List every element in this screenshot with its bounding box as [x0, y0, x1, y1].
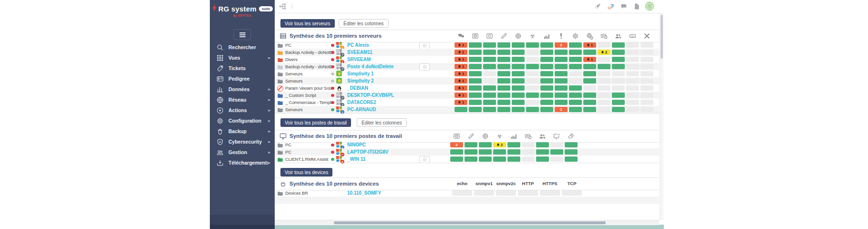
status-cell[interactable] — [512, 64, 525, 69]
horizontal-scrollbar-thumb[interactable] — [334, 221, 606, 224]
workstation-link[interactable]: _WIN 11 — [347, 156, 365, 163]
status-cell[interactable] — [569, 107, 582, 112]
status-cell[interactable] — [469, 78, 482, 83]
policy-check-button[interactable] — [419, 42, 430, 49]
workstation-link[interactable]: NINOPC — [347, 141, 366, 148]
status-cell[interactable] — [497, 71, 510, 76]
server-link[interactable]: PC-ARNAUD — [347, 106, 376, 113]
status-cell[interactable] — [540, 107, 553, 112]
menu-toggle-button[interactable] — [234, 29, 251, 40]
status-cell[interactable] — [540, 42, 553, 48]
status-cell[interactable] — [583, 107, 596, 112]
status-cell[interactable] — [512, 42, 525, 48]
status-cell[interactable] — [540, 78, 553, 83]
status-cell[interactable] — [540, 57, 553, 62]
status-cell[interactable] — [583, 93, 596, 98]
status-cell[interactable] — [512, 93, 525, 98]
vertical-scrollbar-thumb[interactable] — [661, 15, 663, 59]
status-cell[interactable] — [526, 64, 539, 69]
status-cell[interactable] — [469, 42, 482, 48]
sidebar-item-vues[interactable]: Vues▸ — [210, 52, 275, 63]
sidebar-item-t-l-chargements[interactable]: Téléchargements▸ — [210, 157, 275, 168]
status-cell[interactable] — [526, 42, 539, 48]
status-cell[interactable] — [612, 50, 625, 55]
status-cell[interactable] — [536, 149, 549, 155]
status-cell[interactable] — [450, 156, 463, 162]
status-cell[interactable] — [507, 156, 520, 162]
status-cell[interactable] — [483, 50, 496, 55]
policy-check-button[interactable] — [419, 63, 430, 71]
status-cell[interactable]: 1 — [455, 78, 467, 83]
status-cell[interactable] — [569, 57, 582, 62]
status-cell[interactable]: 1 — [455, 100, 467, 105]
workstation-edit-columns-button[interactable]: Éditer les colonnes — [357, 118, 407, 127]
status-cell[interactable] — [555, 78, 568, 83]
status-cell[interactable] — [583, 64, 596, 69]
status-cell[interactable] — [550, 149, 563, 155]
status-cell[interactable] — [612, 107, 625, 112]
status-cell[interactable] — [493, 149, 506, 155]
status-cell[interactable] — [450, 149, 463, 155]
status-cell[interactable] — [555, 93, 568, 98]
chat-icon[interactable] — [620, 2, 628, 10]
status-cell[interactable] — [598, 64, 610, 69]
status-cell[interactable]: 2 — [598, 50, 610, 55]
server-link[interactable]: SVEEAM11 — [347, 49, 372, 56]
status-cell[interactable] — [565, 142, 578, 147]
status-cell[interactable]: 1 — [455, 71, 467, 76]
status-cell[interactable] — [483, 42, 496, 48]
status-cell[interactable] — [536, 142, 549, 147]
status-cell[interactable] — [583, 100, 596, 105]
status-cell[interactable] — [497, 57, 510, 62]
status-cell[interactable] — [569, 85, 582, 91]
server-edit-columns-button[interactable]: Éditer les colonnes — [339, 19, 389, 28]
status-cell[interactable] — [497, 100, 510, 105]
status-cell[interactable]: 2 — [493, 142, 506, 147]
status-cell[interactable] — [512, 85, 525, 91]
device-view-all-button[interactable]: Voir tous les devices — [280, 168, 332, 177]
status-cell[interactable] — [612, 64, 625, 69]
status-cell[interactable]: 1 — [455, 42, 467, 48]
server-link[interactable]: DATACORE2 — [347, 99, 376, 106]
sidebar-item-actions[interactable]: Actions▸ — [210, 105, 275, 115]
status-cell[interactable] — [469, 71, 482, 76]
status-cell[interactable]: 1 — [455, 50, 467, 55]
status-cell[interactable] — [512, 100, 525, 105]
status-cell[interactable] — [540, 85, 553, 91]
status-cell[interactable] — [497, 85, 510, 91]
status-cell[interactable]: 2 — [555, 42, 568, 48]
status-cell[interactable] — [479, 149, 492, 155]
status-cell[interactable] — [569, 100, 582, 105]
status-cell[interactable] — [540, 50, 553, 55]
status-cell[interactable] — [512, 107, 525, 112]
status-cell[interactable] — [565, 149, 578, 155]
sidebar-item-pedigree[interactable]: Pedigree — [210, 73, 275, 84]
status-cell[interactable] — [540, 100, 553, 105]
status-cell[interactable] — [497, 78, 510, 83]
status-cell[interactable] — [540, 71, 553, 76]
avatar-globe-icon[interactable] — [645, 1, 654, 11]
status-cell[interactable] — [497, 64, 510, 69]
server-link[interactable]: Simplivity 2 — [347, 77, 374, 84]
status-cell[interactable] — [469, 50, 482, 55]
status-cell[interactable] — [483, 57, 496, 62]
status-cell[interactable] — [612, 42, 625, 48]
status-cell[interactable] — [497, 50, 510, 55]
status-cell[interactable] — [493, 156, 506, 162]
status-cell[interactable] — [512, 78, 525, 83]
status-cell[interactable] — [612, 57, 625, 62]
status-cell[interactable] — [465, 142, 477, 147]
status-cell[interactable] — [469, 93, 482, 98]
server-link[interactable]: _DEBIAN — [347, 84, 368, 92]
status-cell[interactable] — [469, 107, 482, 112]
sidebar-item-r-seau[interactable]: Réseau▸ — [210, 94, 275, 105]
status-cell[interactable] — [483, 100, 496, 105]
device-link[interactable]: 10.110_SOMFY — [347, 189, 381, 197]
status-cell[interactable] — [497, 42, 510, 48]
server-link[interactable]: Poste 4 doNotDelete — [347, 63, 393, 70]
sidebar-item-tickets[interactable]: Tickets — [210, 63, 275, 73]
sidebar-item-configuration[interactable]: Configuration▸ — [210, 115, 275, 126]
status-cell[interactable]: 1 — [455, 64, 467, 69]
sidebar-item-rechercher[interactable]: Rechercher — [210, 42, 275, 52]
status-cell[interactable] — [569, 64, 582, 69]
